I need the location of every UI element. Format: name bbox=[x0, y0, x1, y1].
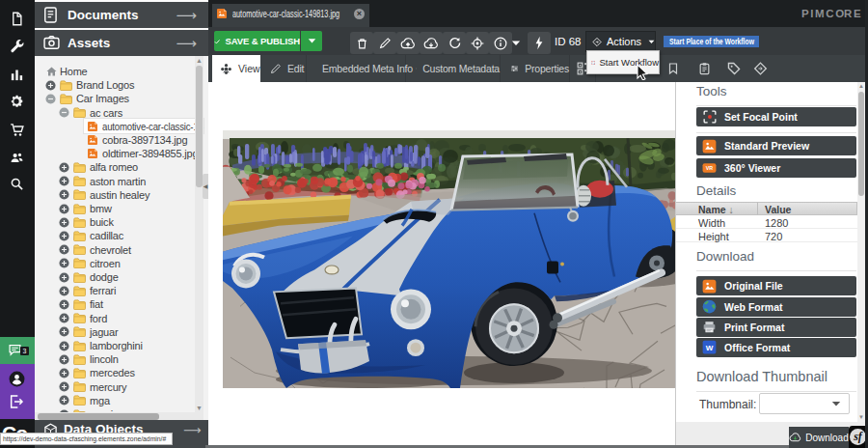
svg-text:W: W bbox=[706, 344, 714, 352]
svg-text:VR: VR bbox=[706, 165, 714, 171]
